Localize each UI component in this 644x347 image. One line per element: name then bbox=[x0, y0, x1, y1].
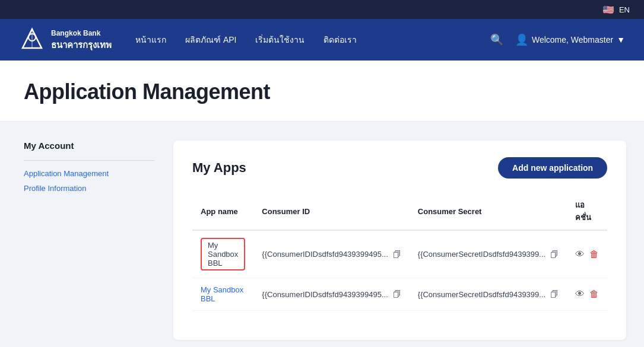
nav-right: 🔍 👤 Welcome, Webmaster ▼ bbox=[490, 33, 625, 46]
page-title: Application Management bbox=[24, 79, 620, 104]
app-name-box-1: My Sandbox BBL bbox=[201, 238, 245, 270]
col-consumer-id: Consumer ID bbox=[253, 193, 409, 230]
sidebar-item-profile-information[interactable]: Profile Information bbox=[24, 184, 154, 193]
table-row: My Sandbox BBL {{ConsumerIDIDsdfsfd94393… bbox=[192, 278, 607, 311]
cell-actions-2: 👁 🗑 bbox=[567, 278, 607, 311]
logo-area: Bangkok Bank ธนาคารกรุงเทพ bbox=[19, 27, 112, 53]
sidebar-divider bbox=[24, 160, 154, 161]
user-menu-button[interactable]: 👤 Welcome, Webmaster ▼ bbox=[515, 33, 625, 46]
sidebar-heading: My Account bbox=[24, 141, 154, 151]
nav-getstarted[interactable]: เริ่มต้นใช้งาน bbox=[255, 33, 304, 46]
cell-app-name-1: My Sandbox BBL bbox=[192, 230, 253, 278]
user-avatar-icon: 👤 bbox=[515, 33, 528, 46]
cell-consumer-secret-1: {{ConsumerSecretIDsdfsfd9439399... 🗍 bbox=[410, 230, 567, 278]
delete-button-2[interactable]: 🗑 bbox=[589, 289, 599, 300]
logo-text: Bangkok Bank ธนาคารกรุงเทพ bbox=[51, 28, 112, 51]
nav-contact[interactable]: ติดต่อเรา bbox=[323, 33, 357, 46]
table-row: My Sandbox BBL {{ConsumerIDIDsdfsfd94393… bbox=[192, 230, 607, 278]
add-new-application-button[interactable]: Add new application bbox=[498, 157, 607, 179]
cell-consumer-id-2: {{ConsumerIDIDsdfsfd9439399495... 🗍 bbox=[253, 278, 409, 311]
table-body: My Sandbox BBL {{ConsumerIDIDsdfsfd94393… bbox=[192, 230, 607, 311]
col-app-name: App name bbox=[192, 193, 253, 230]
page-header: Application Management bbox=[0, 61, 644, 122]
logo-icon bbox=[19, 27, 45, 53]
panel-title: My Apps bbox=[192, 160, 246, 176]
nav-products[interactable]: ผลิตภัณฑ์ API bbox=[185, 33, 236, 46]
delete-button-1[interactable]: 🗑 bbox=[589, 249, 599, 260]
search-button[interactable]: 🔍 bbox=[490, 33, 503, 46]
view-button-2[interactable]: 👁 bbox=[575, 289, 585, 300]
cell-actions-1: 👁 🗑 bbox=[567, 230, 607, 278]
consumer-secret-value-2: {{ConsumerSecretIDsdfsfd9439399... bbox=[418, 290, 545, 299]
nav-links: หน้าแรก ผลิตภัณฑ์ API เริ่มต้นใช้งาน ติด… bbox=[135, 33, 490, 46]
copy-consumer-id-2[interactable]: 🗍 bbox=[393, 289, 401, 299]
flag-icon: 🇺🇸 bbox=[602, 4, 614, 15]
language-label: EN bbox=[619, 5, 630, 14]
copy-consumer-secret-1[interactable]: 🗍 bbox=[550, 250, 559, 259]
content-panel: My Apps Add new application App name Con… bbox=[173, 141, 626, 340]
apps-table: App name Consumer ID Consumer Secret แอค… bbox=[192, 193, 607, 311]
consumer-secret-value-1: {{ConsumerSecretIDsdfsfd9439399... bbox=[418, 250, 545, 259]
table-header: App name Consumer ID Consumer Secret แอค… bbox=[192, 193, 607, 230]
cell-consumer-id-1: {{ConsumerIDIDsdfsfd9439399495... 🗍 bbox=[253, 230, 409, 278]
navbar: Bangkok Bank ธนาคารกรุงเทพ หน้าแรก ผลิตภ… bbox=[0, 19, 644, 61]
consumer-id-value-1: {{ConsumerIDIDsdfsfd9439399495... bbox=[262, 250, 388, 259]
main-content: My Account Application Management Profil… bbox=[0, 122, 644, 347]
copy-consumer-id-1[interactable]: 🗍 bbox=[393, 250, 401, 259]
cell-app-name-2: My Sandbox BBL bbox=[192, 278, 253, 311]
user-label: Welcome, Webmaster bbox=[532, 35, 613, 44]
chevron-down-icon: ▼ bbox=[617, 35, 625, 44]
col-actions: แอคชั่น bbox=[567, 193, 607, 230]
copy-consumer-secret-2[interactable]: 🗍 bbox=[550, 289, 559, 299]
sidebar-item-application-management[interactable]: Application Management bbox=[24, 169, 154, 178]
sidebar: My Account Application Management Profil… bbox=[24, 141, 154, 340]
view-button-1[interactable]: 👁 bbox=[575, 249, 585, 260]
top-bar: 🇺🇸 EN bbox=[0, 0, 644, 19]
nav-home[interactable]: หน้าแรก bbox=[135, 33, 166, 46]
cell-consumer-secret-2: {{ConsumerSecretIDsdfsfd9439399... 🗍 bbox=[410, 278, 567, 311]
app-name-link-2[interactable]: My Sandbox BBL bbox=[201, 285, 243, 303]
panel-header: My Apps Add new application bbox=[192, 157, 607, 179]
col-consumer-secret: Consumer Secret bbox=[410, 193, 567, 230]
consumer-id-value-2: {{ConsumerIDIDsdfsfd9439399495... bbox=[262, 290, 388, 299]
